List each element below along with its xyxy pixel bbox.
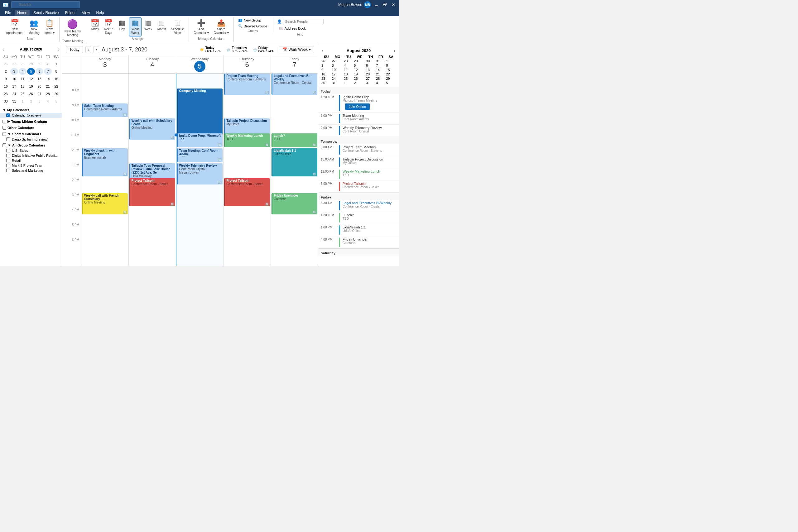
mini-cal-day[interactable]: 6 [366,63,375,67]
digital-checkbox[interactable] [6,154,10,157]
mini-cal-day[interactable]: 27 [36,90,43,97]
mini-cal-day[interactable]: 4 [376,81,385,85]
digital-item[interactable]: Digital Initiative Public Relati... [0,153,62,158]
french-subsidiary-event[interactable]: Weekly call with French Subsidiary Onlin… [82,193,128,214]
ignite-demo-event[interactable]: Ignite Demo Prep: Microsoft Tea 🔄 [177,133,223,147]
sales-team-meeting-event[interactable]: Sales Team Meeting Conference Room - Ada… [82,103,128,117]
next-month-button[interactable]: › [58,47,59,52]
mini-cal-day[interactable]: 3 [332,63,343,67]
search-people-input[interactable] [283,19,324,24]
mini-cal-day[interactable]: 31 [376,59,385,63]
agenda-telemetry-item[interactable]: 2:00 PM Weekly Telemetry Review Conf Roo… [318,125,399,137]
calendar-preview-checkbox[interactable]: ✓ [6,113,10,117]
mini-cal-day[interactable]: 19 [27,83,35,90]
mini-cal-day[interactable]: 30 [36,60,43,67]
weekly-checkin-event[interactable]: Weekly check-in with Engineers Engineeri… [82,148,128,176]
mini-cal-day[interactable]: 26 [321,59,331,63]
mini-cal-day[interactable]: 27 [332,59,343,63]
mini-cal-day[interactable]: 5 [27,68,35,75]
project-tailspin-thu-event[interactable]: Project Tailspin Conference Room - Baker… [224,178,270,206]
mini-cal-day[interactable]: 3 [36,98,43,105]
menu-home[interactable]: Home [15,10,30,16]
my-calendars-header[interactable]: ▼ My Calendars [0,107,62,113]
day-header-thursday[interactable]: Thursday 6 [223,55,270,73]
mini-cal-day[interactable]: 10 [332,68,343,72]
agenda-marketing-lunch-item[interactable]: 12:00 PM Weekly Marketing Lunch TBD [318,168,399,180]
go-to-today-button[interactable]: Today [66,46,83,53]
mini-cal-day[interactable]: 25 [344,77,353,80]
minimize-button[interactable]: 🗕 [373,1,380,8]
project-team-meeting-event[interactable]: Project Team Meeting Conference Room - S… [224,74,270,95]
mini-cal-day[interactable]: 20 [366,72,375,76]
day-header-friday[interactable]: Friday 7 [270,55,318,73]
lunch-fri-event[interactable]: Lunch? TBD 🔄 [271,133,317,147]
next-week-button[interactable]: › [94,46,99,53]
agenda-lidia-fri-item[interactable]: 1:00 PM Lidia/Isaiah 1:1 Lidia's Office [318,224,399,236]
weekly-telemetry-wed-event[interactable]: Weekly Telemetry Review Conf Room Crysta… [177,163,223,185]
avatar[interactable]: MB [364,1,371,8]
week-button[interactable]: ▦ Week [142,17,155,33]
sales-marketing-checkbox[interactable] [6,169,10,172]
agenda-unwinder-fri-item[interactable]: 4:00 PM Friday Unwinder Cafeteria [318,236,399,248]
other-cal-checkbox[interactable] [2,126,6,130]
mini-cal-day[interactable]: 29 [52,90,60,97]
mark8-checkbox[interactable] [6,164,10,167]
other-calendars-header[interactable]: Other Calendars [0,125,62,131]
mini-cal-day[interactable]: 26 [354,77,365,80]
shared-calendars-header[interactable]: ▼ Shared Calendars [0,131,62,137]
marketing-lunch-thu-event[interactable]: Weekly Marketing Lunch TBD 🔄 [224,133,270,147]
mini-cal-day[interactable]: 1 [344,81,353,85]
mini-cal-day[interactable]: 17 [332,72,343,76]
agenda-lunch-fri-item[interactable]: 12:00 PM Lunch? TBD [318,212,399,224]
mini-cal-day[interactable]: 8 [386,63,396,67]
new-teams-meeting-button[interactable]: 🟣 New TeamsMeeting [62,17,83,39]
mini-cal-day[interactable]: 31 [44,60,52,67]
mini-cal-day[interactable]: 12 [354,68,365,72]
mini-cal-day[interactable]: 13 [36,75,43,82]
mini-cal-day[interactable]: 14 [44,75,52,82]
mini-cal-day[interactable]: 21 [44,83,52,90]
share-calendar-button[interactable]: 📤 ShareCalendar ▾ [212,17,231,36]
mini-cal-day[interactable]: 8 [52,68,60,75]
mini-cal-day[interactable]: 7 [376,63,385,67]
mini-cal-day[interactable]: 27 [10,60,18,67]
legal-biweekly-event[interactable]: Legal and Executives Bi-Weekly Conferenc… [271,74,317,95]
day-header-wednesday[interactable]: Wednesday 5 [176,55,223,73]
mini-cal-day[interactable]: 22 [386,72,396,76]
mini-cal-day[interactable]: 24 [10,90,18,97]
menu-file[interactable]: File [2,10,14,16]
join-online-button[interactable]: Join Online [345,103,370,110]
mini-cal-day[interactable]: 2 [354,81,365,85]
mini-cal-day[interactable]: 31 [332,81,343,85]
shared-cal-checkbox[interactable] [2,132,6,136]
mini-cal-day[interactable]: 3 [10,68,18,75]
day-button[interactable]: ▦ Day [116,17,129,33]
diego-cal-item[interactable]: Diego Siciliani (preview) [0,137,62,142]
mini-cal-day[interactable]: 17 [10,83,18,90]
menu-folder[interactable]: Folder [63,10,78,16]
mini-cal-day[interactable]: 1 [386,59,396,63]
new-group-button[interactable]: 👥 New Group [236,17,263,23]
retail-checkbox[interactable] [6,159,10,163]
mini-cal-day[interactable]: 26 [2,60,10,67]
menu-help[interactable]: Help [94,10,107,16]
mini-cal-day[interactable]: 23 [321,77,331,80]
agenda-project-tailspin-item[interactable]: 3:00 PM Project Tailspin Conference Room… [318,180,399,193]
close-button[interactable]: ✕ [390,1,397,8]
right-prev-month-button[interactable]: ‹ [322,48,324,53]
mini-cal-day[interactable]: 11 [19,75,26,82]
mini-cal-day[interactable]: 10 [10,75,18,82]
browse-groups-button[interactable]: 🔍 Browse Groups [236,23,269,29]
group-calendars-header[interactable]: ▼ All Group Calendars [0,142,62,148]
mini-cal-day[interactable]: 20 [36,83,43,90]
month-button[interactable]: ▦ Month [155,17,168,33]
mini-cal-day[interactable]: 30 [366,59,375,63]
sales-marketing-item[interactable]: Sales and Marketing [0,168,62,173]
mini-cal-day[interactable]: 14 [376,68,385,72]
mini-cal-day[interactable]: 19 [354,72,365,76]
us-sales-checkbox[interactable] [6,149,10,152]
mini-cal-day[interactable]: 1 [52,60,60,67]
mini-cal-day[interactable]: 31 [10,98,18,105]
menu-send-receive[interactable]: Send / Receive [31,10,61,16]
team-miriam-checkbox[interactable] [2,120,6,124]
